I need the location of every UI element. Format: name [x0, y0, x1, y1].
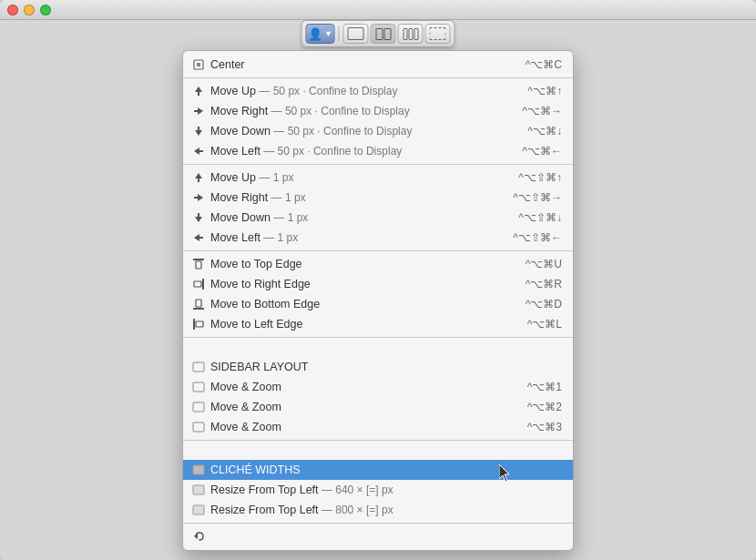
- move-zoom-4-shortcut: ^⌥⌘3: [527, 421, 562, 433]
- svg-rect-13: [194, 197, 198, 199]
- menu-item-left-edge[interactable]: Move to Left Edge ^⌥⌘L: [183, 314, 573, 334]
- svg-rect-9: [199, 150, 203, 152]
- move-right-1-shortcut: ^⌥⇧⌘→: [513, 191, 562, 204]
- menu-item-move-up-50[interactable]: Move Up — 50 px · Confine to Display ^⌥⌘…: [183, 81, 573, 101]
- left-edge-label: Move to Left Edge: [210, 318, 520, 331]
- menu-item-move-right-50[interactable]: Move Right — 50 px · Confine to Display …: [183, 101, 573, 121]
- move-zoom-1-label: SIDEBAR LAYOUT: [210, 361, 555, 373]
- menu-item-move-zoom-1[interactable]: SIDEBAR LAYOUT: [183, 357, 573, 377]
- menu-item-move-up-1[interactable]: Move Up — 1 px ^⌥⇧⌘↑: [183, 168, 573, 188]
- pane-1: [403, 28, 407, 40]
- revert-icon: [190, 528, 207, 545]
- svg-rect-21: [194, 281, 201, 287]
- menu-item-bottom-edge[interactable]: Move to Bottom Edge ^⌥⌘D: [183, 294, 573, 314]
- bottom-edge-icon: [190, 296, 207, 312]
- svg-marker-16: [194, 234, 199, 241]
- layout-btn-3[interactable]: [398, 24, 424, 44]
- menu-item-move-left-50[interactable]: Move Left — 50 px · Confine to Display ^…: [183, 141, 573, 161]
- center-icon: [190, 56, 207, 73]
- move-left-1-icon: [190, 229, 207, 246]
- move-right-50-label: Move Right — 50 px · Confine to Display: [210, 105, 515, 117]
- svg-rect-20: [202, 279, 204, 290]
- svg-rect-31: [193, 485, 204, 494]
- resize-1024-icon: [190, 502, 207, 518]
- svg-rect-3: [198, 92, 199, 96]
- svg-rect-23: [196, 300, 201, 307]
- move-right-1-icon: [190, 189, 207, 206]
- center-label: Center: [210, 58, 518, 71]
- layout-right-pane: [383, 28, 391, 40]
- move-left-1-label: Move Left — 1 px: [210, 231, 506, 244]
- move-up-1-icon: [190, 169, 207, 186]
- move-up-50-label: Move Up — 50 px · Confine to Display: [210, 85, 520, 97]
- svg-marker-6: [195, 130, 202, 136]
- layout-split-icon: [375, 28, 391, 40]
- bottom-edge-shortcut: ^⌥⌘D: [526, 298, 562, 311]
- menu-item-resize-1024[interactable]: Resize From Top Left — 800 × [=] px: [183, 500, 573, 520]
- svg-rect-5: [194, 110, 198, 112]
- move-right-50-shortcut: ^⌥⌘→: [522, 105, 562, 117]
- menu-dropdown: Center ^⌥⌘C Move Up — 50 px · Confine to…: [182, 50, 574, 551]
- move-zoom-4-icon: [190, 419, 207, 435]
- left-edge-shortcut: ^⌥⌘L: [527, 318, 562, 331]
- menu-item-move-zoom-2[interactable]: Move & Zoom ^⌥⌘1: [183, 377, 573, 397]
- right-edge-icon: [190, 276, 207, 292]
- menu-item-revert[interactable]: [183, 526, 573, 546]
- maximize-button[interactable]: [40, 5, 51, 15]
- move-zoom-2-shortcut: ^⌥⌘1: [527, 381, 562, 393]
- separator-4: [183, 337, 573, 338]
- move-right-50-icon: [190, 103, 207, 119]
- title-bar: [0, 0, 756, 20]
- menu-item-resize-800[interactable]: Resize From Top Left — 640 × [=] px: [183, 480, 573, 500]
- layout-btn-4[interactable]: [425, 24, 451, 44]
- move-left-50-icon: [190, 143, 207, 159]
- move-zoom-1-icon: [190, 359, 207, 375]
- user-button[interactable]: 👤 ▼: [306, 24, 335, 44]
- menu-item-move-zoom-3[interactable]: Move & Zoom ^⌥⌘2: [183, 397, 573, 417]
- minimize-button[interactable]: [24, 5, 35, 15]
- separator-6: [183, 523, 573, 524]
- top-edge-icon: [190, 256, 207, 272]
- menu-item-top-edge[interactable]: Move to Top Edge ^⌥⌘U: [183, 254, 573, 274]
- toolbar-separator-1: [339, 26, 340, 41]
- close-button[interactable]: [7, 5, 18, 15]
- sidebar-layout-header: [183, 341, 573, 357]
- svg-rect-11: [198, 178, 199, 182]
- pane-2: [408, 28, 413, 40]
- menu-item-move-right-1[interactable]: Move Right — 1 px ^⌥⇧⌘→: [183, 188, 573, 208]
- move-up-1-label: Move Up — 1 px: [210, 171, 511, 184]
- main-window: 👤 ▼ Ce: [0, 0, 756, 560]
- separator-2: [183, 164, 573, 165]
- svg-rect-1: [197, 63, 200, 66]
- separator-5: [183, 440, 573, 441]
- dropdown-arrow-icon: ▼: [324, 29, 332, 38]
- menu-item-right-edge[interactable]: Move to Right Edge ^⌥⌘R: [183, 274, 573, 294]
- traffic-lights: [7, 5, 51, 15]
- menu-item-move-down-50[interactable]: Move Down — 50 px · Confine to Display ^…: [183, 121, 573, 141]
- move-zoom-2-label: Move & Zoom: [210, 381, 520, 393]
- separator-3: [183, 250, 573, 251]
- svg-rect-19: [196, 261, 201, 269]
- resize-800-icon: [190, 482, 207, 498]
- svg-marker-12: [198, 194, 203, 201]
- right-edge-shortcut: ^⌥⌘R: [526, 278, 562, 290]
- svg-rect-27: [193, 382, 204, 392]
- layout-btn-1[interactable]: [343, 24, 369, 44]
- menu-item-move-zoom-4[interactable]: Move & Zoom ^⌥⌘3: [183, 417, 573, 437]
- svg-rect-29: [193, 423, 204, 432]
- bottom-edge-label: Move to Bottom Edge: [210, 298, 518, 311]
- layout-btn-2[interactable]: [371, 24, 396, 44]
- svg-rect-30: [193, 465, 204, 474]
- move-zoom-4-label: Move & Zoom: [210, 421, 520, 433]
- menu-item-move-down-1[interactable]: Move Down — 1 px ^⌥⇧⌘↓: [183, 208, 573, 228]
- move-up-1-shortcut: ^⌥⇧⌘↑: [518, 171, 562, 184]
- menu-item-move-left-1[interactable]: Move Left — 1 px ^⌥⇧⌘←: [183, 228, 573, 248]
- resize-640-icon: [190, 462, 207, 478]
- svg-rect-18: [193, 259, 204, 260]
- top-edge-label: Move to Top Edge: [210, 258, 518, 270]
- menu-item-resize-640[interactable]: CLICHÉ WIDTHS: [183, 460, 573, 480]
- menu-item-center[interactable]: Center ^⌥⌘C: [183, 55, 573, 75]
- move-zoom-2-icon: [190, 379, 207, 395]
- cliche-widths-header: [183, 443, 573, 460]
- move-down-50-label: Move Down — 50 px · Confine to Display: [210, 125, 520, 137]
